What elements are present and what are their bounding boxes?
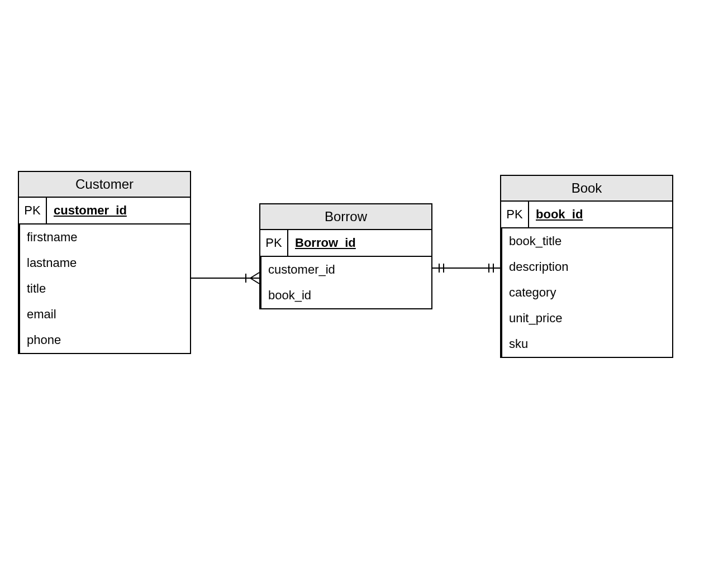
entity-customer: Customer PK customer_id firstname lastna…	[18, 171, 191, 354]
pk-label: PK	[260, 230, 288, 256]
pk-label: PK	[19, 198, 47, 223]
entity-customer-pk-row: PK customer_id	[19, 198, 190, 224]
attr-row: lastname	[20, 250, 190, 276]
attr-row: title	[20, 276, 190, 302]
attr-row: phone	[20, 327, 190, 353]
attr-row: book_title	[502, 228, 672, 254]
entity-book-pk-row: PK book_id	[501, 202, 672, 228]
entity-borrow: Borrow PK Borrow_id customer_id book_id	[259, 203, 432, 309]
attr-row: customer_id	[261, 257, 431, 283]
svg-line-1	[250, 273, 259, 278]
attr-row: book_id	[261, 283, 431, 308]
entity-book-title: Book	[501, 176, 672, 202]
attr-row: email	[20, 302, 190, 327]
attr-row: description	[502, 254, 672, 280]
pk-label: PK	[501, 202, 529, 227]
attr-row: sku	[502, 331, 672, 357]
pk-attr: customer_id	[47, 198, 190, 223]
rel-customer-borrow	[191, 273, 259, 284]
attr-row: firstname	[20, 224, 190, 250]
rel-borrow-book	[432, 264, 500, 273]
pk-attr: Borrow_id	[288, 230, 431, 256]
entity-borrow-pk-row: PK Borrow_id	[260, 230, 431, 257]
svg-line-2	[250, 278, 259, 284]
entity-borrow-title: Borrow	[260, 204, 431, 230]
attr-row: unit_price	[502, 305, 672, 331]
er-diagram-canvas: Customer PK customer_id firstname lastna…	[0, 0, 728, 578]
pk-attr: book_id	[529, 202, 672, 227]
entity-book: Book PK book_id book_title description c…	[500, 175, 673, 358]
attr-row: category	[502, 280, 672, 305]
entity-customer-title: Customer	[19, 172, 190, 198]
